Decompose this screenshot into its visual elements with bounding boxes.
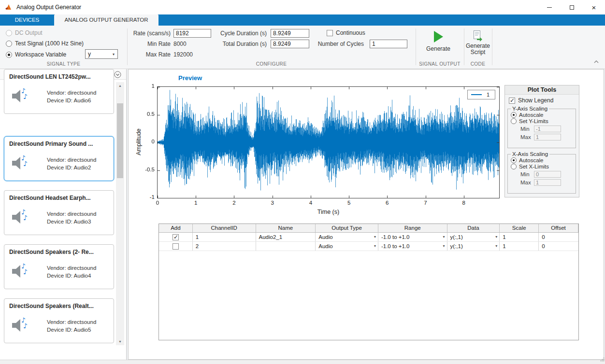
row2-name[interactable] (256, 242, 316, 251)
row1-offset[interactable]: 0 (539, 233, 578, 241)
col-data: Data (447, 224, 500, 232)
x-autoscale-radio[interactable]: Autoscale (511, 157, 573, 163)
collapse-ribbon-button[interactable] (593, 57, 599, 66)
radio-test-signal-circle (6, 41, 12, 47)
chevron-down-icon[interactable]: ▾ (374, 233, 376, 241)
plot-tools-title: Plot Tools (505, 85, 579, 95)
row1-range[interactable]: -1.0 to +1.0▾ (378, 233, 447, 241)
radio-test-signal[interactable]: Test Signal (1000 Hz Sine) (6, 40, 84, 47)
titlebar: Analog Output Generator × (0, 0, 605, 14)
row2-add-checkbox[interactable] (173, 243, 179, 250)
y-autoscale-label: Autoscale (519, 112, 544, 118)
x-set-limits-radio[interactable]: Set X-Limits (511, 164, 573, 169)
scroll-up-icon[interactable]: ▲ (116, 82, 124, 89)
show-legend-checkbox[interactable]: Show Legend (509, 97, 553, 104)
device-id: Device ID: Audio3 (47, 218, 96, 225)
device-list-scrollbar[interactable]: ▲ ▼ (116, 82, 124, 345)
play-icon (434, 31, 443, 42)
device-name: DirectSound Primary Sound ... (4, 137, 114, 147)
total-duration-label: Total Duration (s) (207, 40, 267, 48)
continuous-checkbox[interactable]: Continuous (327, 29, 365, 36)
radio-workspace-variable-circle (6, 52, 12, 58)
radio-dc-output-label: DC Output (15, 29, 43, 36)
svg-text:♪: ♪ (23, 93, 28, 100)
close-button[interactable]: × (583, 0, 605, 14)
row1-name[interactable]: Audio2_1 (256, 233, 316, 241)
radio-workspace-variable[interactable]: Workspace Variable (6, 51, 66, 58)
chevron-down-icon[interactable]: ▾ (374, 242, 376, 251)
device-vendor: Vendor: directsound (47, 318, 96, 326)
continuous-label: Continuous (336, 29, 365, 36)
legend-line-sample (471, 94, 482, 95)
x-max-input[interactable] (534, 179, 561, 186)
chevron-down-icon[interactable]: ▾ (443, 233, 445, 241)
scroll-down-icon[interactable]: ▼ (116, 338, 124, 345)
x-autoscale-label: Autoscale (519, 157, 544, 163)
col-range: Range (378, 224, 447, 232)
device-card-audio4[interactable]: DirectSound Speakers (2- Re... ♪♪ Vendor… (4, 244, 114, 289)
window-title: Analog Output Generator (16, 0, 81, 14)
device-vendor: Vendor: directsound (47, 210, 96, 218)
continuous-checkbox-box (327, 30, 333, 36)
generate-button[interactable]: Generate (420, 27, 457, 62)
row1-scale[interactable]: 1 (500, 233, 539, 241)
scrollbar-thumb[interactable] (117, 103, 123, 178)
window-controls: × (538, 0, 605, 14)
chevron-down-icon[interactable]: ▾ (443, 242, 445, 251)
y-min-label: Min (520, 126, 534, 132)
device-card-audio3[interactable]: DirectSound Headset Earph... ♪♪ Vendor: … (4, 190, 114, 235)
close-icon: × (592, 4, 596, 11)
device-name: DirectSound Speakers (2- Re... (4, 245, 114, 255)
radio-dc-output-circle (6, 30, 12, 36)
x-tick-label: 5 (342, 200, 356, 206)
total-duration-input[interactable] (271, 40, 309, 48)
y-tick-label: 0.5 (137, 111, 155, 117)
maximize-button[interactable] (561, 0, 583, 14)
x-autoscale-circle (511, 157, 517, 163)
row2-data[interactable]: y(:,1)▾ (447, 242, 500, 251)
minimize-button[interactable] (538, 0, 561, 14)
row1-output-type[interactable]: Audio▾ (316, 233, 378, 241)
generate-script-button[interactable]: Generate Script (465, 27, 491, 62)
y-min-input[interactable] (534, 126, 561, 132)
chevron-down-icon[interactable]: ▾ (495, 233, 497, 241)
row2-range[interactable]: -1.0 to +1.0▾ (378, 242, 447, 251)
y-max-input[interactable] (534, 134, 561, 140)
row2-offset[interactable]: 0 (539, 242, 578, 251)
y-autoscale-radio[interactable]: Autoscale (511, 112, 573, 118)
x-set-limits-circle (511, 164, 517, 169)
number-of-cycles-input[interactable] (370, 40, 407, 48)
radio-dc-output[interactable]: DC Output (6, 29, 43, 36)
chevron-down-icon[interactable]: ▾ (495, 242, 497, 251)
col-add: Add (159, 224, 193, 232)
y-set-limits-radio[interactable]: Set Y-Limits (511, 118, 573, 124)
resize-grip[interactable] (600, 355, 605, 364)
row1-data[interactable]: y(:,1)▾ (447, 233, 500, 241)
row2-output-type[interactable]: Audio▾ (316, 242, 378, 251)
number-of-cycles-label: Number of Cycles (304, 40, 364, 48)
x-max-label: Max (520, 180, 534, 185)
legend-entry-label: 1 (487, 92, 490, 98)
row2-channel-id: 2 (193, 242, 256, 251)
y-tick-label: 0 (137, 139, 155, 144)
tab-analog-output-generator[interactable]: ANALOG OUTPUT GENERATOR (54, 14, 158, 26)
col-output-type: Output Type (316, 224, 378, 232)
row2-scale[interactable]: 1 (500, 242, 539, 251)
workspace-variable-dropdown[interactable]: y ▾ (85, 49, 118, 59)
max-rate-label: Max Rate (114, 51, 171, 58)
show-legend-box (509, 98, 515, 104)
min-rate-value: 8000 (173, 40, 187, 48)
x-tick-label: 6 (380, 200, 394, 206)
device-card-audio6[interactable]: DirectSound LEN LT2452pw... ♪♪ Vendor: d… (4, 69, 114, 114)
x-min-input[interactable] (534, 171, 561, 178)
generate-script-label: Generate Script (465, 43, 491, 56)
device-card-audio5[interactable]: DirectSound Speakers (Realt... ♪♪ Vendor… (4, 298, 114, 343)
device-list-panel: Device List DirectSound Primary Sound ..… (0, 69, 127, 360)
tab-devices[interactable]: DEVICES (0, 14, 55, 26)
collapse-device-list-icon[interactable] (114, 71, 121, 80)
device-card-audio2[interactable]: DirectSound Primary Sound ... ♪♪ Vendor:… (4, 136, 114, 181)
row1-add-checkbox[interactable] (173, 234, 179, 240)
rate-input[interactable] (173, 29, 211, 38)
maximize-icon (570, 5, 574, 10)
cycle-duration-input[interactable] (271, 29, 309, 38)
